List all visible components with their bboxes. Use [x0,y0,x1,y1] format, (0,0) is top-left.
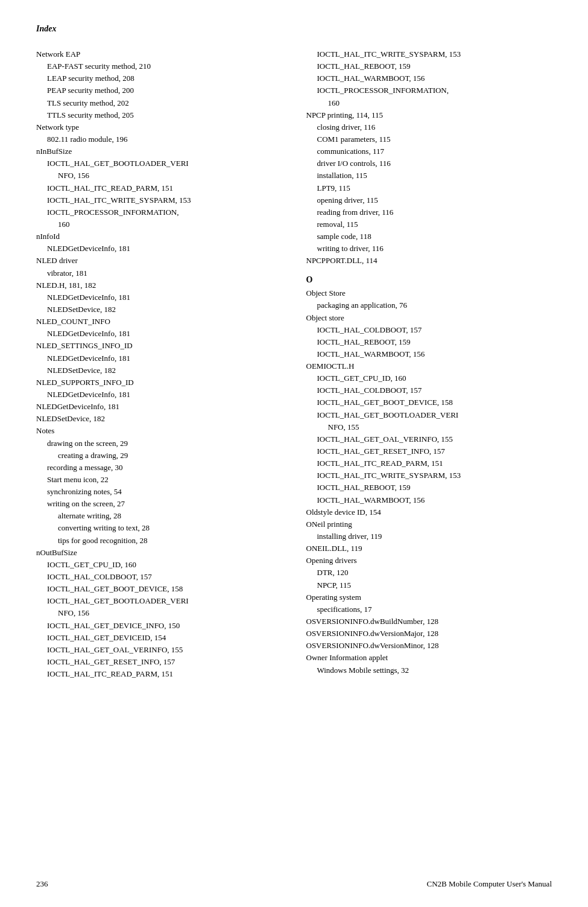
index-entry: EAP-FAST security method, 210 [47,60,282,72]
index-entry: 802.11 radio module, 196 [47,133,282,145]
index-entry: sample code, 118 [317,231,552,243]
index-entry: IOCTL_HAL_ITC_READ_PARM, 151 [47,182,282,194]
index-entry: alternate writing, 28 [58,510,282,522]
index-entry: NFO, 156 [58,170,282,182]
index-entry: ONeil printing [306,518,552,530]
index-entry: OSVERSIONINFO.dwVersionMinor, 128 [306,640,552,652]
index-entry: Object Store [306,287,552,299]
index-entry: IOCTL_HAL_GET_BOOTLOADER_VERI [47,595,282,607]
index-entry: specifications, 17 [317,603,552,616]
index-entry: opening driver, 115 [317,194,552,206]
index-entry: writing to driver, 116 [317,243,552,255]
index-entry: IOCTL_HAL_WARMBOOT, 156 [317,72,552,84]
index-entry: IOCTL_HAL_REBOOT, 159 [317,60,552,72]
manual-title: CN2B Mobile Computer User's Manual [427,879,552,889]
index-entry: IOCTL_HAL_COLDBOOT, 157 [317,324,552,336]
index-entry: IOCTL_GET_CPU_ID, 160 [317,372,552,384]
index-entry: Operating system [306,591,552,603]
index-entry: reading from driver, 116 [317,206,552,218]
index-entry: LPT9, 115 [317,182,552,194]
index-entry: IOCTL_HAL_ITC_READ_PARM, 151 [317,457,552,469]
index-entry: Network EAP [36,48,282,60]
index-entry: IOCTL_HAL_REBOOT, 159 [317,336,552,348]
index-entry: IOCTL_HAL_GET_BOOT_DEVICE, 158 [47,583,282,595]
page: Index Network EAPEAP-FAST security metho… [0,0,588,907]
index-entry: Opening drivers [306,555,552,567]
index-entry: IOCTL_HAL_ITC_WRITE_SYSPARM, 153 [317,469,552,482]
index-entry: OEMIOCTL.H [306,360,552,372]
index-entry: DTR, 120 [317,567,552,579]
left-column: Network EAPEAP-FAST security method, 210… [36,48,282,680]
index-entry: packaging an application, 76 [317,299,552,311]
index-entry: ONEIL.DLL, 119 [306,543,552,555]
index-entry: closing driver, 116 [317,121,552,133]
index-entry: NLEDGetDeviceInfo, 181 [47,243,282,255]
index-entry: IOCTL_HAL_GET_DEVICEID, 154 [47,632,282,644]
right-column: IOCTL_HAL_ITC_WRITE_SYSPARM, 153IOCTL_HA… [306,48,552,680]
index-entry: IOCTL_HAL_GET_RESET_INFO, 157 [317,445,552,457]
index-entry: creating a drawing, 29 [58,450,282,462]
index-entry: Windows Mobile settings, 32 [317,664,552,676]
index-entry: recording a message, 30 [47,462,282,474]
index-entry: IOCTL_HAL_WARMBOOT, 156 [317,494,552,506]
index-entry: NFO, 156 [58,607,282,619]
index-entry: NPCPPORT.DLL, 114 [306,255,552,267]
index-entry: NLED.H, 181, 182 [36,279,282,291]
index-entry: IOCTL_GET_CPU_ID, 160 [47,559,282,571]
index-entry: NPCP, 115 [317,579,552,591]
index-entry: NLEDGetDeviceInfo, 181 [47,328,282,340]
index-entry: Owner Information applet [306,652,552,664]
index-entry: NLEDGetDeviceInfo, 181 [47,291,282,304]
index-entry: 160 [58,218,282,231]
index-entry: IOCTL_HAL_ITC_WRITE_SYSPARM, 153 [317,48,552,60]
page-footer: 236 CN2B Mobile Computer User's Manual [36,879,552,889]
index-entry: IOCTL_HAL_WARMBOOT, 156 [317,348,552,360]
index-entry: NLED_SETTINGS_INFO_ID [36,340,282,352]
index-columns: Network EAPEAP-FAST security method, 210… [36,48,552,680]
index-entry: NLEDSetDevice, 182 [36,413,282,425]
index-entry: Oldstyle device ID, 154 [306,506,552,518]
page-number: 236 [36,879,48,889]
index-entry: synchronizing notes, 54 [47,486,282,498]
index-entry: IOCTL_HAL_GET_DEVICE_INFO, 150 [47,620,282,632]
page-title: Index [36,24,552,34]
index-entry: IOCTL_HAL_GET_BOOTLOADER_VERI [317,409,552,421]
index-entry: NLEDGetDeviceInfo, 181 [47,352,282,364]
section-letter: O [306,273,552,287]
index-entry: IOCTL_HAL_REBOOT, 159 [317,482,552,494]
index-entry: IOCTL_HAL_GET_OAL_VERINFO, 155 [317,433,552,445]
index-entry: IOCTL_PROCESSOR_INFORMATION, [317,84,552,97]
index-entry: NFO, 155 [328,421,552,433]
index-entry: NLEDSetDevice, 182 [47,304,282,316]
index-entry: OSVERSIONINFO.dwVersionMajor, 128 [306,628,552,640]
index-entry: IOCTL_HAL_GET_BOOT_DEVICE, 158 [317,396,552,409]
index-entry: IOCTL_PROCESSOR_INFORMATION, [47,206,282,218]
index-entry: TLS security method, 202 [47,97,282,109]
index-entry: driver I/O controls, 116 [317,158,552,170]
index-entry: NLEDGetDeviceInfo, 181 [36,401,282,413]
index-entry: IOCTL_HAL_COLDBOOT, 157 [317,384,552,396]
index-entry: OSVERSIONINFO.dwBuildNumber, 128 [306,616,552,628]
index-entry: IOCTL_HAL_COLDBOOT, 157 [47,571,282,583]
index-entry: communications, 117 [317,145,552,158]
index-entry: IOCTL_HAL_GET_RESET_INFO, 157 [47,656,282,668]
index-entry: IOCTL_HAL_GET_BOOTLOADER_VERI [47,158,282,170]
index-entry: nInfoId [36,231,282,243]
index-entry: LEAP security method, 208 [47,72,282,84]
index-entry: IOCTL_HAL_ITC_READ_PARM, 151 [47,668,282,680]
index-entry: 160 [328,97,552,109]
index-entry: nOutBufSize [36,547,282,559]
index-entry: Network type [36,121,282,133]
index-entry: IOCTL_HAL_ITC_WRITE_SYSPARM, 153 [47,194,282,206]
index-entry: PEAP security method, 200 [47,84,282,97]
index-entry: Object store [306,312,552,324]
index-entry: NLED_COUNT_INFO [36,316,282,328]
index-entry: Notes [36,425,282,437]
index-entry: TTLS security method, 205 [47,109,282,121]
index-entry: nInBufSize [36,145,282,158]
index-entry: IOCTL_HAL_GET_OAL_VERINFO, 155 [47,644,282,656]
index-entry: converting writing to text, 28 [58,522,282,534]
index-entry: vibrator, 181 [47,267,282,279]
index-entry: NLEDGetDeviceInfo, 181 [47,389,282,401]
index-entry: removal, 115 [317,218,552,231]
